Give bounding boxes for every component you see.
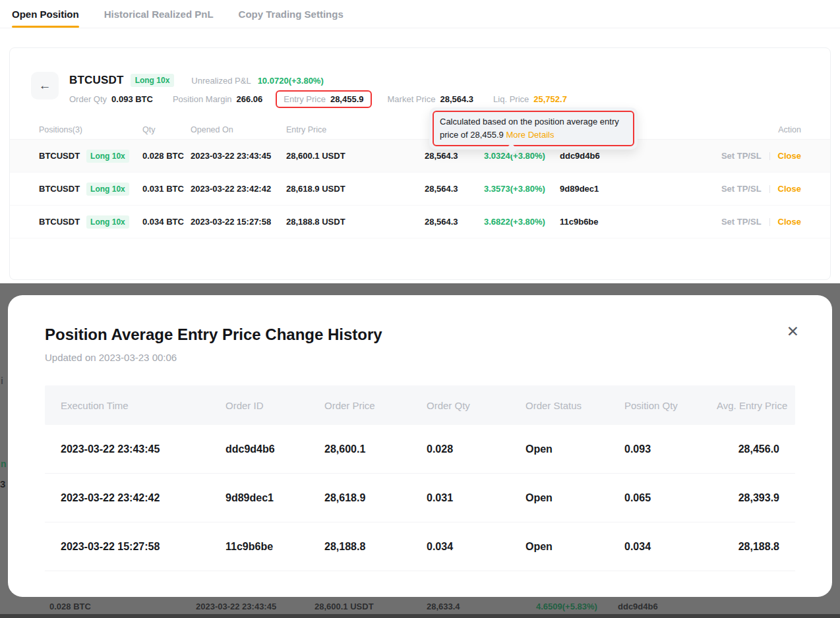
modal-title: Position Average Entry Price Change Hist… (45, 325, 795, 344)
entry-price-tooltip: Calculated based on the position average… (429, 107, 638, 150)
set-tpsl-button[interactable]: Set TP/SL (721, 184, 762, 194)
row-qty: 0.031 BTC (142, 184, 191, 194)
action-divider (769, 218, 770, 226)
row-market-price: 28,564.3 (425, 184, 484, 194)
cell-execution-time: 2023-03-22 15:27:58 (61, 541, 225, 553)
header-entry-price: Entry Price (286, 125, 425, 134)
cell-execution-time: 2023-03-22 23:43:45 (61, 443, 225, 455)
cell-order-id: 9d89dec1 (225, 492, 324, 504)
header-order-status: Order Status (525, 400, 624, 411)
entry-price-label: Entry Price (284, 94, 326, 104)
set-tpsl-button[interactable]: Set TP/SL (721, 151, 762, 161)
market-price-label: Market Price (388, 94, 436, 104)
header-positions: Positions(3) (39, 125, 142, 134)
side-leverage-badge: Long 10x (131, 74, 175, 87)
liq-price-value: 25,752.7 (533, 94, 567, 104)
close-position-button[interactable]: Close (778, 217, 801, 227)
row-symbol: BTCUSDT (39, 217, 80, 227)
row-opened-on: 2023-03-22 15:27:58 (191, 217, 286, 227)
unrealized-pnl-label: Unrealized P&L (191, 76, 251, 86)
close-position-button[interactable]: Close (778, 184, 801, 194)
bg-market-price: 28,633.4 (427, 602, 460, 611)
cell-order-qty: 0.034 (427, 541, 525, 553)
cell-order-price: 28,188.8 (324, 541, 427, 553)
history-table-header: Execution Time Order ID Order Price Orde… (45, 385, 795, 425)
row-side-badge: Long 10x (86, 150, 129, 163)
positions-table: Positions(3) Qty Opened On Entry Price A… (10, 120, 830, 239)
cell-order-price: 28,618.9 (324, 492, 427, 504)
row-market-price: 28,564.3 (425, 151, 484, 161)
tab-historical-realized-pnl[interactable]: Historical Realized PnL (104, 0, 214, 28)
entry-price-history-modal: Position Average Entry Price Change Hist… (8, 295, 832, 597)
market-price-value: 28,564.3 (440, 94, 473, 104)
row-unrealized-pnl: 3.6822(+3.80%) (484, 217, 560, 227)
cell-avg-entry-price: 28,456.0 (717, 443, 779, 455)
header-order-price: Order Price (324, 400, 427, 411)
header-opened-on: Opened On (191, 125, 286, 134)
background-fragment: n (1, 459, 7, 469)
set-tpsl-button[interactable]: Set TP/SL (721, 217, 762, 227)
history-row: 2023-03-22 23:43:45 ddc9d4b6 28,600.1 0.… (45, 425, 795, 474)
position-symbol: BTCUSDT (69, 74, 124, 87)
header-order-id: Order ID (225, 400, 324, 411)
tab-open-position[interactable]: Open Position (12, 0, 79, 28)
close-position-button[interactable]: Close (778, 151, 801, 161)
row-symbol: BTCUSDT (39, 184, 80, 194)
cell-order-price: 28,600.1 (324, 443, 427, 455)
position-margin-label: Position Margin (173, 94, 232, 104)
history-row: 2023-03-22 23:42:42 9d89dec1 28,618.9 0.… (45, 474, 795, 522)
arrow-left-icon: ← (39, 78, 51, 93)
order-qty-label: Order Qty (69, 94, 107, 104)
bg-opened-on: 2023-03-22 23:43:45 (196, 602, 276, 611)
cell-avg-entry-price: 28,188.8 (717, 541, 779, 553)
position-card: ← BTCUSDT Long 10x Unrealized P&L 10.072… (9, 47, 831, 280)
more-details-link[interactable]: More Details (506, 130, 554, 140)
cell-order-id: 11c9b6be (225, 541, 324, 553)
close-icon[interactable]: ✕ (787, 324, 799, 339)
back-button[interactable]: ← (31, 72, 59, 99)
row-symbol: BTCUSDT (39, 151, 80, 161)
row-opened-on: 2023-03-22 23:42:42 (191, 184, 286, 194)
row-qty: 0.028 BTC (142, 151, 191, 161)
position-row: BTCUSDT Long 10x 0.034 BTC 2023-03-22 15… (10, 206, 830, 239)
modal-updated-on: Updated on 2023-03-23 00:06 (45, 352, 795, 363)
cell-order-qty: 0.028 (427, 443, 525, 455)
backdrop-bottom-shade (0, 614, 840, 618)
row-entry-price: 28,600.1 USDT (286, 151, 425, 161)
row-order-id: 9d89dec1 (560, 184, 665, 194)
cell-order-status: Open (525, 541, 624, 553)
cell-order-id: ddc9d4b6 (225, 443, 324, 455)
header-order-qty: Order Qty (427, 400, 525, 411)
action-divider (769, 152, 770, 160)
action-divider (769, 185, 770, 193)
cell-position-qty: 0.065 (624, 492, 717, 504)
bg-order-id: ddc9d4b6 (618, 602, 658, 611)
header-avg-entry-price: Avg. Entry Price (717, 400, 787, 411)
background-fragment: i (1, 376, 3, 386)
position-row: BTCUSDT Long 10x 0.028 BTC 2023-03-22 23… (10, 140, 830, 173)
bg-qty: 0.028 BTC (49, 602, 91, 611)
modal-backdrop[interactable]: i n 3 0.028 BTC 2023-03-22 23:43:45 28,6… (0, 283, 840, 618)
bg-entry-price: 28,600.1 USDT (315, 602, 374, 611)
cell-order-status: Open (525, 443, 624, 455)
row-unrealized-pnl: 3.0324(+3.80%) (484, 151, 560, 161)
cell-position-qty: 0.093 (624, 443, 717, 455)
row-qty: 0.034 BTC (142, 217, 191, 227)
tab-copy-trading-settings[interactable]: Copy Trading Settings (239, 0, 344, 28)
unrealized-pnl-value: 10.0720(+3.80%) (258, 76, 324, 86)
cell-avg-entry-price: 28,393.9 (717, 492, 779, 504)
entry-price-annotation-box: Entry Price 28,455.9 (276, 90, 371, 108)
row-side-badge: Long 10x (86, 215, 129, 229)
tooltip-annotation-box: Calculated based on the position average… (433, 111, 634, 146)
cell-execution-time: 2023-03-22 23:42:42 (61, 492, 225, 504)
row-side-badge: Long 10x (86, 183, 129, 196)
row-entry-price: 28,188.8 USDT (286, 217, 425, 227)
position-summary: ← BTCUSDT Long 10x Unrealized P&L 10.072… (10, 48, 830, 104)
cell-position-qty: 0.034 (624, 541, 717, 553)
background-fragment: 3 (0, 478, 5, 490)
position-margin-value: 266.06 (237, 94, 263, 104)
row-order-id: ddc9d4b6 (560, 151, 665, 161)
header-position-qty: Position Qty (624, 400, 717, 411)
position-row: BTCUSDT Long 10x 0.031 BTC 2023-03-22 23… (10, 173, 830, 206)
bg-unrealized-pnl: 4.6509(+5.83%) (536, 602, 597, 611)
